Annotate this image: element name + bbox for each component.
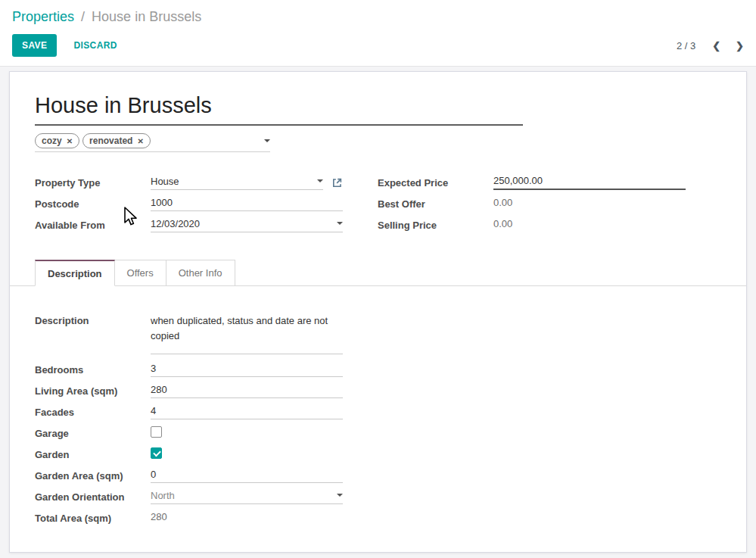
field-label: Garden xyxy=(35,449,151,460)
field-row-garden-area: Garden Area (sqm) 0 xyxy=(35,465,343,486)
field-row-garden-orientation: Garden Orientation North xyxy=(35,486,343,507)
breadcrumb-separator: / xyxy=(81,9,85,24)
tab-offers[interactable]: Offers xyxy=(115,260,166,286)
field-row-expected-price: Expected Price 250,000.00 xyxy=(378,172,686,193)
field-row-available-from: Available From 12/03/2020 xyxy=(35,214,343,235)
field-label: Facades xyxy=(35,407,151,418)
external-link-icon[interactable] xyxy=(331,177,343,189)
facades-input[interactable]: 4 xyxy=(151,404,343,419)
best-offer-readonly: 0.00 xyxy=(493,196,686,211)
field-label: Garden Orientation xyxy=(35,491,151,503)
field-row-living-area: Living Area (sqm) 280 xyxy=(35,380,343,401)
field-label: Best Offer xyxy=(378,198,493,210)
record-title-text[interactable]: House in Brussels xyxy=(35,93,212,117)
living-area-input[interactable]: 280 xyxy=(151,383,343,398)
total-area-readonly: 280 xyxy=(151,510,343,525)
field-label: Expected Price xyxy=(378,177,493,189)
field-label: Selling Price xyxy=(378,220,493,231)
field-label: Bedrooms xyxy=(35,364,151,376)
breadcrumb: Properties / House in Brussels xyxy=(12,8,744,25)
garden-checkbox[interactable] xyxy=(151,447,162,459)
form-view: House in Brussels cozy ✕ renovated ✕ Pro… xyxy=(0,67,756,558)
field-label: Garage xyxy=(35,428,151,439)
field-row-best-offer: Best Offer 0.00 xyxy=(378,193,686,214)
breadcrumb-parent-link[interactable]: Properties xyxy=(12,9,74,24)
garden-area-input[interactable]: 0 xyxy=(151,468,343,483)
field-label: Garden Area (sqm) xyxy=(35,470,151,482)
chevron-down-icon[interactable] xyxy=(317,179,323,182)
pager-next-icon[interactable]: ❯ xyxy=(736,40,744,51)
field-label: Property Type xyxy=(35,177,151,189)
field-row-garage: Garage xyxy=(35,422,343,444)
tab-description[interactable]: Description xyxy=(35,260,115,286)
total-area-value: 280 xyxy=(151,511,167,522)
tag-label: cozy xyxy=(42,136,62,146)
selling-price-value: 0.00 xyxy=(493,218,512,229)
garage-widget xyxy=(151,426,343,441)
available-from-value[interactable]: 12/03/2020 xyxy=(151,218,200,229)
chevron-down-icon[interactable] xyxy=(337,222,343,225)
record-title-input[interactable]: House in Brussels xyxy=(35,93,523,126)
field-row-description: Description when duplicated, status and … xyxy=(35,313,343,354)
description-fields: Description when duplicated, status and … xyxy=(35,313,343,528)
available-from-datepicker[interactable]: 12/03/2020 xyxy=(151,217,343,232)
field-row-selling-price: Selling Price 0.00 xyxy=(378,214,686,235)
field-column-left: Property Type House xyxy=(35,172,343,235)
tags-dropdown-caret-icon[interactable] xyxy=(264,139,270,142)
postcode-value[interactable]: 1000 xyxy=(151,197,173,208)
expected-price-value[interactable]: 250,000.00 xyxy=(493,175,543,186)
pager-value: 2 / 3 xyxy=(677,40,695,51)
tab-other-info[interactable]: Other Info xyxy=(166,260,235,286)
field-label: Available From xyxy=(35,220,151,231)
pager-previous-icon[interactable]: ❮ xyxy=(712,40,720,51)
chevron-down-icon[interactable] xyxy=(337,494,343,497)
expected-price-input[interactable]: 250,000.00 xyxy=(493,175,686,190)
tag-cozy: cozy ✕ xyxy=(35,133,79,148)
field-label: Total Area (sqm) xyxy=(35,513,151,524)
field-label: Postcode xyxy=(35,198,151,210)
control-panel: Properties / House in Brussels SAVE DISC… xyxy=(0,0,756,67)
living-area-value[interactable]: 280 xyxy=(151,384,167,395)
form-sheet: House in Brussels cozy ✕ renovated ✕ Pro… xyxy=(9,71,747,553)
tag-renovated: renovated ✕ xyxy=(82,133,151,148)
field-row-total-area: Total Area (sqm) 280 xyxy=(35,507,343,528)
field-column-right: Expected Price 250,000.00 Best Offer 0.0… xyxy=(378,172,686,235)
tags-input[interactable]: cozy ✕ renovated ✕ xyxy=(35,133,270,152)
garden-orientation-select[interactable]: North xyxy=(151,489,343,504)
save-button[interactable]: SAVE xyxy=(12,34,57,57)
garden-orientation-value[interactable]: North xyxy=(151,490,175,501)
notebook-tabs: Description Offers Other Info xyxy=(10,260,746,286)
field-label: Living Area (sqm) xyxy=(35,385,151,397)
field-row-property-type: Property Type House xyxy=(35,172,343,193)
best-offer-value: 0.00 xyxy=(493,197,512,208)
description-tab-page: Description when duplicated, status and … xyxy=(35,286,721,528)
garage-checkbox[interactable] xyxy=(151,426,162,438)
garden-area-value[interactable]: 0 xyxy=(151,469,156,480)
field-row-facades: Facades 4 xyxy=(35,401,343,422)
discard-button[interactable]: DISCARD xyxy=(64,34,126,57)
field-row-garden: Garden xyxy=(35,444,343,465)
bedrooms-input[interactable]: 3 xyxy=(151,362,343,377)
tag-label: renovated xyxy=(89,136,132,146)
description-textarea[interactable]: when duplicated, status and date are not… xyxy=(151,313,343,354)
property-type-dropdown[interactable]: House xyxy=(151,175,323,190)
tag-remove-icon[interactable]: ✕ xyxy=(67,137,73,145)
postcode-input[interactable]: 1000 xyxy=(151,196,343,211)
garden-widget xyxy=(151,447,343,462)
selling-price-readonly: 0.00 xyxy=(493,217,686,232)
property-type-value[interactable]: House xyxy=(151,176,179,187)
control-panel-buttons: SAVE DISCARD 2 / 3 ❮ ❯ xyxy=(12,34,744,57)
breadcrumb-current: House in Brussels xyxy=(92,9,201,24)
bedrooms-value[interactable]: 3 xyxy=(151,363,156,374)
field-label: Description xyxy=(35,313,151,326)
tag-remove-icon[interactable]: ✕ xyxy=(137,137,143,145)
facades-value[interactable]: 4 xyxy=(151,405,156,416)
field-row-bedrooms: Bedrooms 3 xyxy=(35,359,343,380)
field-row-postcode: Postcode 1000 xyxy=(35,193,343,214)
field-grid: Property Type House xyxy=(35,172,721,235)
pager: 2 / 3 ❮ ❯ xyxy=(677,40,744,51)
